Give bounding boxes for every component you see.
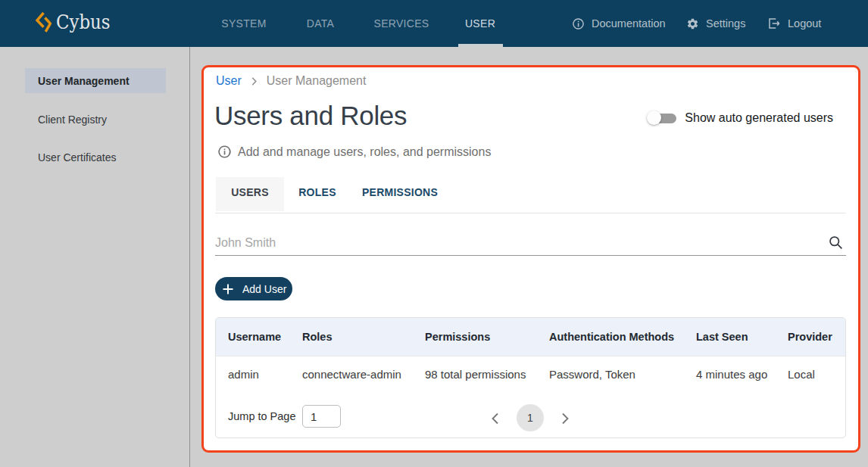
col-provider: Provider (776, 318, 846, 356)
add-user-label: Add User (242, 283, 286, 295)
search-icon[interactable] (828, 235, 844, 251)
chevron-right-icon (561, 413, 570, 425)
chevron-right-icon (251, 77, 257, 86)
main-panel: User User Management Users and Roles Sho… (201, 65, 860, 453)
sidebar-item-client-registry[interactable]: Client Registry (25, 107, 166, 132)
cell-permissions: 98 total permissions (413, 356, 537, 393)
documentation-button[interactable]: Documentation (572, 0, 666, 47)
col-roles: Roles (290, 318, 413, 356)
auto-generated-users-switch[interactable] (645, 107, 682, 129)
logout-label: Logout (788, 17, 821, 30)
jump-to-page-label: Jump to Page (228, 410, 295, 422)
tab-users[interactable]: USERS (216, 177, 284, 211)
tabs-underline (215, 213, 846, 213)
breadcrumb-current: User Management (267, 74, 367, 88)
sidebar-item-user-certificates[interactable]: User Certificates (25, 145, 166, 170)
toggle-label: Show auto generated users (685, 111, 833, 125)
add-user-button[interactable]: Add User (215, 277, 292, 300)
gear-icon (686, 17, 699, 30)
active-tab-indicator (458, 44, 503, 47)
top-navbar: Cybus SYSTEM DATA SERVICES USER Document… (0, 0, 868, 47)
logout-icon (767, 17, 781, 30)
tab-permissions[interactable]: PERMISSIONS (351, 177, 449, 211)
logout-button[interactable]: Logout (767, 0, 821, 47)
cell-last-seen: 4 minutes ago (684, 356, 776, 393)
cybus-logo-icon (36, 11, 52, 33)
table-row[interactable]: admin connectware-admin 98 total permiss… (216, 356, 846, 393)
previous-page-button[interactable] (486, 409, 504, 428)
users-table: Username Roles Permissions Authenticatio… (216, 318, 846, 393)
cell-auth-methods: Password, Token (537, 356, 684, 393)
settings-button[interactable]: Settings (686, 0, 745, 47)
documentation-label: Documentation (592, 17, 666, 30)
col-permissions: Permissions (413, 318, 537, 356)
users-table-container: Username Roles Permissions Authenticatio… (215, 317, 846, 438)
sidebar-item-user-management[interactable]: User Management (25, 68, 166, 93)
col-auth-methods: Authentication Methods (537, 318, 684, 356)
cell-roles: connectware-admin (290, 356, 413, 393)
breadcrumb-link-user[interactable]: User (216, 74, 242, 88)
brand-logo[interactable]: Cybus (36, 11, 117, 33)
left-sidebar: User Management Client Registry User Cer… (0, 47, 190, 467)
nav-tab-system[interactable]: SYSTEM (221, 0, 266, 47)
plus-icon (223, 284, 233, 294)
search-field (215, 233, 846, 256)
col-username: Username (216, 318, 290, 356)
search-input[interactable] (215, 233, 813, 253)
table-header-row: Username Roles Permissions Authenticatio… (216, 318, 846, 356)
nav-tab-data[interactable]: DATA (307, 0, 334, 47)
page-1-button[interactable]: 1 (517, 404, 544, 431)
info-icon (572, 17, 585, 30)
breadcrumb: User User Management (216, 74, 366, 88)
pagination-bar: Jump to Page 1 (216, 394, 845, 438)
page-subtitle: Add and manage users, roles, and permiss… (238, 145, 491, 159)
nav-tab-user[interactable]: USER (465, 0, 495, 47)
cell-provider: Local (776, 356, 846, 393)
auto-generated-users-toggle-row: Show auto generated users (645, 107, 833, 129)
cell-username: admin (216, 356, 290, 393)
settings-label: Settings (706, 17, 745, 30)
page-title: Users and Roles (214, 101, 407, 131)
tab-roles[interactable]: ROLES (284, 177, 351, 211)
brand-name: Cybus (56, 11, 111, 33)
page-subtitle-row: Add and manage users, roles, and permiss… (217, 145, 491, 159)
jump-to-page-input[interactable] (302, 405, 341, 428)
next-page-button[interactable] (556, 409, 574, 428)
info-icon (217, 145, 232, 159)
col-last-seen: Last Seen (684, 318, 776, 356)
chevron-left-icon (491, 413, 499, 425)
content-tabs: USERS ROLES PERMISSIONS (216, 177, 449, 211)
nav-tab-services[interactable]: SERVICES (374, 0, 429, 47)
